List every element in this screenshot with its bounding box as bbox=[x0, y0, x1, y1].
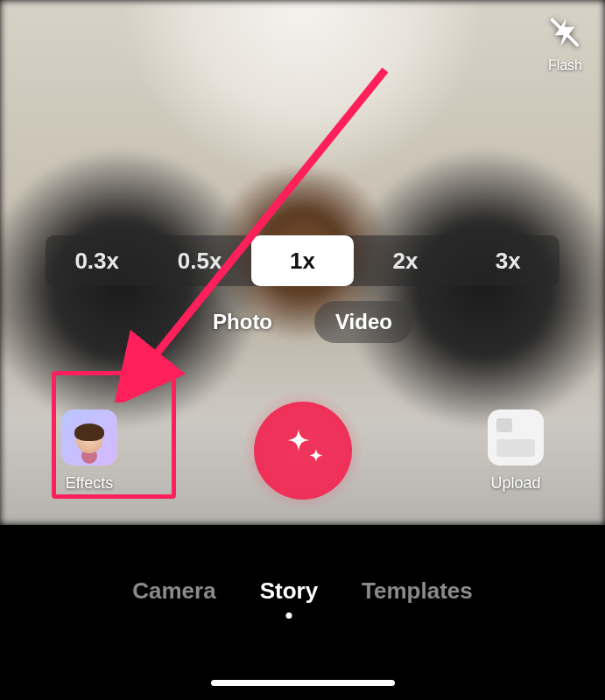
zoom-option-0-3x[interactable]: 0.3x bbox=[46, 235, 148, 286]
zoom-option-3x[interactable]: 3x bbox=[457, 235, 559, 286]
capture-mode-video[interactable]: Video bbox=[314, 301, 413, 343]
capture-mode-row: Photo Video bbox=[0, 301, 605, 343]
zoom-option-0-5x[interactable]: 0.5x bbox=[148, 235, 250, 286]
post-type-tabs: Camera Story Templates bbox=[132, 578, 473, 605]
flash-off-icon bbox=[548, 16, 581, 52]
home-indicator[interactable] bbox=[211, 680, 395, 686]
camera-screen: { "topControls": { "flash_label": "Flash… bbox=[0, 0, 605, 700]
shutter-button[interactable] bbox=[254, 402, 352, 500]
upload-label: Upload bbox=[490, 474, 540, 493]
flash-label: Flash bbox=[548, 58, 582, 74]
tab-templates[interactable]: Templates bbox=[362, 578, 473, 605]
effects-thumbnail bbox=[61, 410, 117, 466]
capture-mode-photo[interactable]: Photo bbox=[192, 301, 293, 343]
tab-story[interactable]: Story bbox=[260, 578, 318, 605]
upload-thumbnail bbox=[488, 410, 544, 466]
upload-button[interactable]: Upload bbox=[488, 410, 544, 493]
zoom-level-bar: 0.3x 0.5x 1x 2x 3x bbox=[46, 235, 559, 286]
bottom-bar: Camera Story Templates bbox=[0, 525, 605, 700]
effects-button[interactable]: Effects bbox=[61, 410, 117, 493]
zoom-option-1x[interactable]: 1x bbox=[251, 235, 354, 286]
capture-action-row: Effects Upload bbox=[0, 376, 605, 525]
flash-toggle[interactable]: Flash bbox=[548, 16, 582, 74]
zoom-option-2x[interactable]: 2x bbox=[354, 235, 456, 286]
effects-label: Effects bbox=[66, 474, 114, 493]
sparkle-icon bbox=[277, 423, 329, 479]
tab-camera[interactable]: Camera bbox=[132, 578, 215, 605]
